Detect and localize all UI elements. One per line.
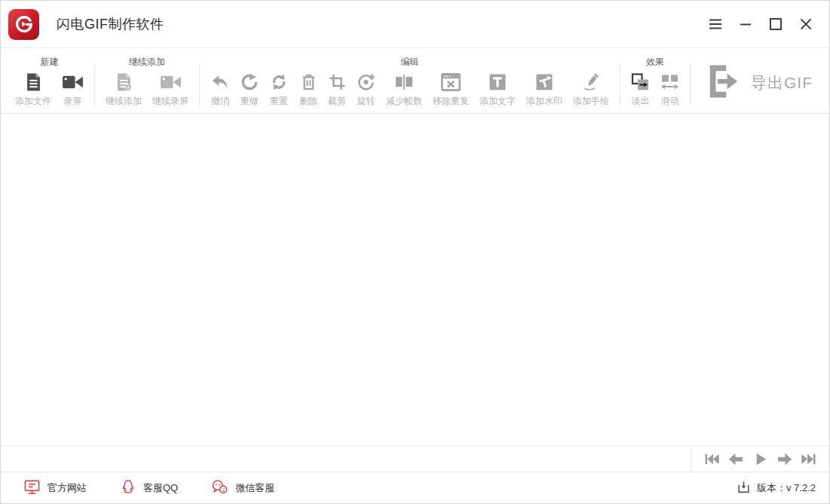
play-icon[interactable]	[751, 450, 770, 469]
toolbar-item-label: 继续录屏	[152, 95, 188, 108]
toolbar-group-continue: 继续添加 继续添加	[97, 48, 197, 113]
toolbar-item-undo[interactable]: 撤消	[205, 71, 235, 108]
group-label: 继续添加	[100, 56, 194, 69]
toolbar-group-effects: 效果 淡出	[623, 48, 688, 113]
add-drawing-icon	[582, 71, 601, 93]
remove-duplicates-icon	[441, 71, 461, 93]
window-controls	[703, 13, 817, 36]
toolbar-item-label: 裁剪	[328, 95, 346, 108]
reduce-frames-icon	[394, 71, 415, 93]
close-icon[interactable]	[794, 13, 817, 36]
title-bar: 闪电GIF制作软件	[1, 1, 829, 47]
group-label: 效果	[626, 56, 685, 69]
toolbar-item-remove-duplicates[interactable]: 移除重复	[427, 71, 474, 108]
toolbar-item-label: 减少帧数	[386, 95, 422, 108]
toolbar-item-rotate[interactable]: 旋转	[351, 71, 381, 108]
app-logo-icon	[8, 9, 39, 40]
add-watermark-icon	[535, 71, 553, 93]
undo-icon	[210, 71, 230, 93]
toolbar-item-label: 添加文字	[479, 95, 516, 108]
rotate-icon	[357, 71, 375, 93]
continue-screen-record-icon	[160, 71, 182, 93]
toolbar-item-label: 添加文件	[15, 95, 51, 108]
toolbar-item-add-drawing[interactable]: 添加手绘	[568, 71, 614, 108]
fade-effect-icon	[631, 71, 650, 93]
group-label: 新建	[10, 56, 89, 69]
toolbar-item-label: 淡出	[632, 95, 650, 108]
version-label: 版本：v 7.2.2	[757, 481, 816, 495]
qq-support-link[interactable]: 客服QQ	[120, 478, 178, 498]
update-download-icon	[737, 480, 751, 496]
delete-icon	[300, 71, 317, 93]
toolbar-item-label: 移除重复	[433, 95, 469, 108]
export-gif-icon	[704, 63, 742, 102]
main-toolbar: 新建 添加文件	[1, 47, 829, 114]
toolbar-separator	[620, 64, 620, 106]
previous-frame-icon[interactable]	[727, 450, 746, 469]
wechat-support-label: 微信客服	[235, 481, 274, 495]
toolbar-item-label: 重置	[270, 95, 288, 108]
minimize-icon[interactable]	[734, 13, 757, 36]
toolbar-item-reduce-frames[interactable]: 减少帧数	[381, 71, 427, 108]
screen-record-icon	[62, 71, 84, 93]
toolbar-item-label: 添加水印	[526, 95, 562, 108]
app-title: 闪电GIF制作软件	[57, 15, 164, 33]
redo-icon	[240, 71, 259, 93]
wechat-support-icon	[211, 478, 228, 498]
slide-effect-icon	[660, 71, 679, 93]
continue-add-file-icon	[115, 71, 133, 93]
toolbar-item-redo[interactable]: 重做	[235, 71, 264, 108]
toolbar-item-add-watermark[interactable]: 添加水印	[521, 71, 568, 108]
toolbar-item-label: 滑动	[661, 95, 679, 108]
qq-support-label: 客服QQ	[143, 481, 178, 495]
toolbar-item-label: 继续添加	[106, 95, 142, 108]
toolbar-item-delete[interactable]: 删除	[294, 71, 323, 108]
status-bar: 官方网站 客服QQ 微信客服	[1, 472, 829, 503]
toolbar-separator	[690, 64, 691, 106]
qq-support-icon	[120, 478, 136, 498]
toolbar-item-label: 添加手绘	[573, 95, 609, 108]
toolbar-separator	[199, 64, 200, 106]
reset-icon	[269, 71, 289, 93]
toolbar-item-continue-record[interactable]: 继续录屏	[147, 71, 194, 108]
playback-controls	[691, 446, 829, 472]
toolbar-item-add-file[interactable]: 添加文件	[10, 71, 57, 108]
add-text-icon	[489, 71, 507, 93]
app-window: 闪电GIF制作软件 新建	[0, 0, 830, 504]
toolbar-item-fade[interactable]: 淡出	[626, 71, 655, 108]
official-website-icon	[23, 478, 41, 498]
toolbar-separator	[94, 64, 95, 106]
official-website-link[interactable]: 官方网站	[23, 478, 87, 498]
toolbar-item-label: 录屏	[64, 95, 82, 108]
crop-icon	[329, 71, 346, 93]
toolbar-item-add-text[interactable]: 添加文字	[474, 71, 521, 108]
canvas-area	[1, 114, 829, 445]
version-info[interactable]: 版本：v 7.2.2	[737, 480, 816, 496]
toolbar-group-edit: 编辑 撤消	[202, 48, 617, 113]
toolbar-item-reset[interactable]: 重置	[264, 71, 294, 108]
skip-to-start-icon[interactable]	[703, 450, 721, 469]
toolbar-item-slide[interactable]: 滑动	[655, 71, 685, 108]
toolbar-item-label: 删除	[299, 95, 317, 108]
group-label: 编辑	[205, 56, 614, 69]
wechat-support-link[interactable]: 微信客服	[211, 478, 274, 498]
toolbar-item-screen-record[interactable]: 录屏	[57, 71, 89, 108]
toolbar-item-label: 撤消	[211, 95, 229, 108]
add-file-icon	[25, 71, 42, 93]
playback-bar	[1, 445, 829, 472]
official-website-label: 官方网站	[47, 481, 87, 495]
toolbar-item-continue-add[interactable]: 继续添加	[100, 71, 147, 108]
export-gif-button[interactable]: 导出GIF	[693, 48, 820, 113]
maximize-icon[interactable]	[764, 13, 787, 36]
toolbar-item-label: 重做	[240, 95, 259, 108]
menu-icon[interactable]	[703, 13, 727, 36]
next-frame-icon[interactable]	[775, 450, 794, 469]
toolbar-item-label: 旋转	[357, 95, 375, 108]
skip-to-end-icon[interactable]	[799, 450, 818, 469]
export-gif-label: 导出GIF	[751, 72, 813, 93]
toolbar-group-new: 新建 添加文件	[7, 48, 92, 113]
toolbar-item-crop[interactable]: 裁剪	[323, 71, 351, 108]
